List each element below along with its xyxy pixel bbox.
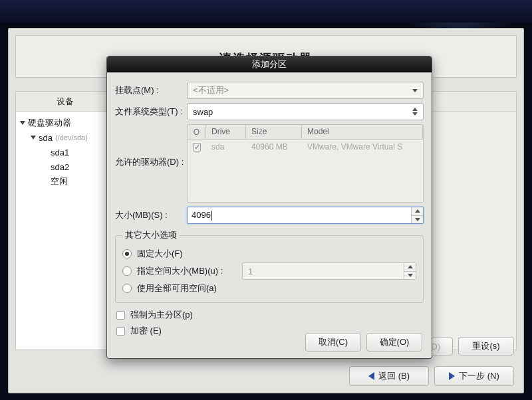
next-button[interactable]: 下一步 (N) — [434, 366, 514, 386]
cancel-button[interactable]: 取消(C) — [305, 333, 361, 351]
arrow-right-icon — [449, 372, 455, 380]
checkbox-icon[interactable] — [193, 143, 201, 151]
dialog-body: 挂载点(M) : <不适用> 文件系统类型(T) : swap 允许的驱动器(D… — [107, 72, 432, 343]
mount-point-combo[interactable]: <不适用> — [187, 82, 424, 99]
allowed-drives-list[interactable]: O Drive Size Model sda 40960 MB VMware, … — [187, 124, 424, 203]
add-partition-dialog: 添加分区 挂载点(M) : <不适用> 文件系统类型(T) : swap 允许的… — [106, 56, 432, 359]
button-label: 返回 (B) — [378, 370, 410, 382]
radio-label: 使用全部可用空间(a) — [137, 282, 217, 294]
allowed-drives-label: 允许的驱动器(D) : — [115, 124, 187, 168]
tree-part[interactable]: sda2 — [16, 159, 114, 174]
col-device: 设备 — [16, 96, 114, 108]
combo-value: swap — [193, 107, 213, 117]
radio-fixed-size[interactable]: 固定大小(F) — [122, 245, 416, 262]
drive-size: 40960 MB — [246, 142, 302, 151]
tree-hint: (/dev/sda) — [55, 134, 88, 142]
tree-root[interactable]: 硬盘驱动器 — [16, 116, 114, 130]
checkbox-icon[interactable] — [116, 311, 125, 320]
force-primary-checkbox[interactable]: 强制为主分区(p) — [115, 307, 424, 323]
size-spinner[interactable]: 4096 — [187, 207, 424, 224]
fs-type-label: 文件系统类型(T) : — [115, 106, 187, 118]
chevron-down-icon — [31, 136, 36, 140]
tree-label: 硬盘驱动器 — [28, 117, 71, 129]
checkbox-icon[interactable] — [116, 327, 125, 336]
up-to-spinner — [242, 262, 416, 280]
group-label: 其它大小选项 — [122, 229, 180, 241]
text-cursor — [211, 211, 212, 221]
dialog-button-row: 取消(C) 确定(O) — [305, 333, 422, 351]
ok-button[interactable]: 确定(O) — [366, 333, 422, 351]
col-size: Size — [246, 125, 302, 139]
radio-all-space[interactable]: 使用全部可用空间(a) — [122, 280, 416, 297]
col-model: Model — [302, 125, 423, 139]
chevron-up-icon — [415, 209, 420, 213]
spinner-value: 4096 — [192, 210, 212, 221]
col-check: O — [188, 125, 206, 139]
tree-part[interactable]: sda1 — [16, 145, 114, 159]
combo-value: <不适用> — [193, 84, 229, 96]
radio-fill-up-to[interactable]: 指定空间大小(MB)(u) : — [122, 262, 416, 280]
size-options-group: 其它大小选项 固定大小(F) 指定空间大小(MB)(u) : 使用全部可用空间(… — [115, 229, 424, 303]
radio-icon[interactable] — [122, 266, 132, 276]
updown-icon — [412, 108, 418, 116]
chevron-down-icon — [412, 89, 418, 92]
tree-part[interactable]: 空闲 — [16, 174, 114, 189]
drive-model: VMware, VMware Virtual S — [302, 142, 423, 151]
chevron-down-icon — [415, 218, 420, 221]
size-label: 大小(MB)(S) : — [115, 209, 187, 221]
checkbox-label: 强制为主分区(p) — [130, 309, 193, 321]
drive-list-header: O Drive Size Model — [188, 125, 423, 140]
arrow-left-icon — [368, 372, 374, 380]
radio-icon[interactable] — [122, 249, 132, 258]
radio-label: 固定大小(F) — [137, 248, 183, 260]
tree-label: sda — [39, 133, 53, 143]
mount-point-label: 挂载点(M) : — [115, 84, 187, 96]
tree-label: sda2 — [51, 162, 69, 172]
wizard-nav-row: 返回 (B) 下一步 (N) — [349, 366, 514, 386]
chevron-up-icon — [408, 265, 413, 268]
device-tree[interactable]: 硬盘驱动器 sda (/dev/sda) sda1 sda2 空闲 — [16, 112, 114, 350]
drive-row[interactable]: sda 40960 MB VMware, VMware Virtual S — [188, 140, 423, 154]
spinner-buttons[interactable] — [411, 207, 423, 223]
spinner-value — [247, 266, 404, 277]
app-topbar — [0, 0, 532, 23]
dialog-title: 添加分区 — [107, 56, 432, 72]
spinner-buttons — [404, 263, 416, 279]
fs-type-combo[interactable]: swap — [187, 103, 424, 120]
tree-label: 空闲 — [51, 175, 68, 187]
button-label: 下一步 (N) — [459, 370, 499, 382]
tree-label: sda1 — [51, 148, 69, 157]
chevron-down-icon — [408, 274, 413, 277]
chevron-down-icon — [20, 121, 25, 125]
back-button[interactable]: 返回 (B) — [349, 366, 429, 386]
radio-icon[interactable] — [122, 284, 132, 293]
tree-disk[interactable]: sda (/dev/sda) — [16, 130, 114, 145]
reset-button[interactable]: 重设(s) — [458, 337, 514, 355]
col-drive: Drive — [206, 125, 246, 139]
checkbox-label: 加密 (E) — [130, 325, 162, 337]
radio-label: 指定空间大小(MB)(u) : — [137, 265, 237, 277]
drive-name: sda — [206, 142, 246, 151]
